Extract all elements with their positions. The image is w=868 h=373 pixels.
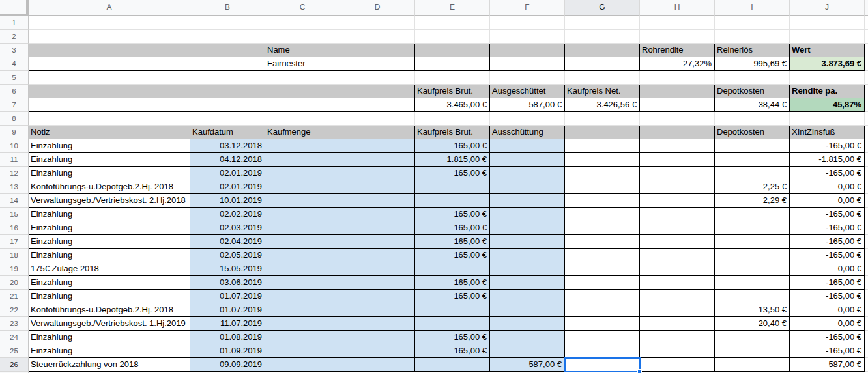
cell-G14[interactable] — [565, 194, 640, 208]
cell-F8[interactable] — [490, 112, 565, 126]
cell-H1[interactable] — [640, 16, 715, 30]
cell-G16[interactable] — [565, 221, 640, 235]
column-header-E[interactable]: E — [415, 0, 490, 16]
cell-D6[interactable] — [340, 85, 415, 98]
cell-G24[interactable] — [565, 331, 640, 344]
cell-B11[interactable]: 04.12.2018 — [190, 153, 265, 167]
cell-D15[interactable] — [340, 208, 415, 221]
cell-F11[interactable] — [490, 153, 565, 167]
cell-A11[interactable]: Einzahlung — [29, 153, 190, 167]
cell-I24[interactable] — [715, 331, 790, 344]
cell-J24[interactable]: -165,00 € — [790, 331, 865, 344]
cell-B6[interactable] — [190, 85, 265, 98]
cell-C19[interactable] — [265, 262, 340, 276]
cell-H19[interactable] — [640, 262, 715, 276]
cell-J2[interactable] — [790, 30, 865, 44]
cell-C17[interactable] — [265, 235, 340, 249]
cell-G6[interactable]: Kaufpreis Net. — [565, 85, 640, 98]
cell-D17[interactable] — [340, 235, 415, 249]
cell-F6[interactable]: Ausgeschüttet — [490, 85, 565, 98]
cell-H25[interactable] — [640, 344, 715, 358]
column-header-H[interactable]: H — [640, 0, 715, 16]
cell-H21[interactable] — [640, 290, 715, 303]
row-header-12[interactable]: 12 — [0, 167, 29, 180]
cell-F1[interactable] — [490, 16, 565, 30]
cell-E1[interactable] — [415, 16, 490, 30]
cell-I21[interactable] — [715, 290, 790, 303]
column-header-I[interactable]: I — [715, 0, 790, 16]
cell-J14[interactable]: 0,00 € — [790, 194, 865, 208]
cell-H14[interactable] — [640, 194, 715, 208]
cell-E5[interactable] — [415, 71, 490, 85]
cell-H10[interactable] — [640, 139, 715, 153]
cell-I10[interactable] — [715, 139, 790, 153]
cell-D13[interactable] — [340, 180, 415, 194]
cell-C10[interactable] — [265, 139, 340, 153]
cell-J17[interactable]: -165,00 € — [790, 235, 865, 249]
cell-B1[interactable] — [190, 16, 265, 30]
cell-B21[interactable]: 01.07.2019 — [190, 290, 265, 303]
row-header-24[interactable]: 24 — [0, 331, 29, 344]
cell-E16[interactable]: 165,00 € — [415, 221, 490, 235]
cell-E9[interactable]: Kaufpreis Brut. — [415, 126, 490, 139]
cell-E21[interactable]: 165,00 € — [415, 290, 490, 303]
cell-B13[interactable]: 02.01.2019 — [190, 180, 265, 194]
cell-B4[interactable] — [190, 57, 265, 71]
cell-G10[interactable] — [565, 139, 640, 153]
cell-E19[interactable] — [415, 262, 490, 276]
cell-A4[interactable] — [29, 57, 190, 71]
cell-C4[interactable]: Fairriester — [265, 57, 340, 71]
cell-A6[interactable] — [29, 85, 190, 98]
cell-J3[interactable]: Wert — [790, 44, 865, 57]
cell-J6[interactable]: Rendite pa. — [790, 85, 865, 98]
cell-B25[interactable]: 01.09.2019 — [190, 344, 265, 358]
cell-F24[interactable] — [490, 331, 565, 344]
cell-B14[interactable]: 10.01.2019 — [190, 194, 265, 208]
select-all-corner[interactable] — [0, 0, 29, 16]
cell-C12[interactable] — [265, 167, 340, 180]
cell-G22[interactable] — [565, 303, 640, 317]
cell-B18[interactable]: 02.05.2019 — [190, 249, 265, 262]
cell-F2[interactable] — [490, 30, 565, 44]
cell-J1[interactable] — [790, 16, 865, 30]
row-header-7[interactable]: 7 — [0, 98, 29, 112]
cell-B8[interactable] — [190, 112, 265, 126]
row-header-13[interactable]: 13 — [0, 180, 29, 194]
row-header-10[interactable]: 10 — [0, 139, 29, 153]
cell-F21[interactable] — [490, 290, 565, 303]
cell-J26[interactable]: 587,00 € — [790, 358, 865, 372]
cell-E4[interactable] — [415, 57, 490, 71]
fill-handle[interactable] — [637, 369, 642, 373]
cell-I6[interactable]: Depotkosten — [715, 85, 790, 98]
cell-F18[interactable] — [490, 249, 565, 262]
cell-D8[interactable] — [340, 112, 415, 126]
column-header-J[interactable]: J — [790, 0, 865, 16]
cell-I20[interactable] — [715, 276, 790, 290]
cell-A10[interactable]: Einzahlung — [29, 139, 190, 153]
cell-C11[interactable] — [265, 153, 340, 167]
cell-D3[interactable] — [340, 44, 415, 57]
cell-C5[interactable] — [265, 71, 340, 85]
cell-D21[interactable] — [340, 290, 415, 303]
cell-A3[interactable] — [29, 44, 190, 57]
cell-B17[interactable]: 02.04.2019 — [190, 235, 265, 249]
cell-A19[interactable]: 175€ Zulage 2018 — [29, 262, 190, 276]
cell-F15[interactable] — [490, 208, 565, 221]
cell-G7[interactable]: 3.426,56 € — [565, 98, 640, 112]
row-header-8[interactable]: 8 — [0, 112, 29, 126]
column-header-B[interactable]: B — [190, 0, 265, 16]
cell-A23[interactable]: Verwaltungsgeb./Vertriebskost. 1.Hj.2019 — [29, 317, 190, 331]
cell-B15[interactable]: 02.02.2019 — [190, 208, 265, 221]
row-header-1[interactable]: 1 — [0, 16, 29, 30]
cell-J20[interactable]: -165,00 € — [790, 276, 865, 290]
cell-E20[interactable]: 165,00 € — [415, 276, 490, 290]
cell-C18[interactable] — [265, 249, 340, 262]
cell-H24[interactable] — [640, 331, 715, 344]
cell-D4[interactable] — [340, 57, 415, 71]
cell-H13[interactable] — [640, 180, 715, 194]
cell-C24[interactable] — [265, 331, 340, 344]
cell-A2[interactable] — [29, 30, 190, 44]
cell-D20[interactable] — [340, 276, 415, 290]
cell-G8[interactable] — [565, 112, 640, 126]
cell-E12[interactable]: 165,00 € — [415, 167, 490, 180]
